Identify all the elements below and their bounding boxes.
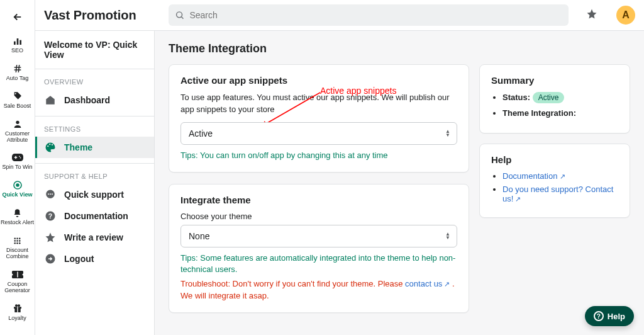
search-icon [175,10,184,20]
hash-icon [13,63,23,74]
help-card: Help Documentation Do you need support? … [479,144,630,218]
rail-label: SEO [11,48,23,54]
rail-item-seo[interactable]: SEO [0,31,35,59]
svg-point-11 [16,237,18,239]
rail-label: Sale Boost [4,103,31,110]
svg-line-25 [181,17,183,19]
rail-item-restock-alert[interactable]: Restock Alert [0,203,35,231]
section-overview: OVERVIEW [35,69,154,89]
sidebar: Welcome to VP: Quick View OVERVIEW Dashb… [35,31,155,335]
nav-label: Quick support [64,190,124,200]
nav-theme[interactable]: Theme [35,137,154,158]
section-settings: SETTINGS [35,116,154,137]
user-icon [13,118,23,130]
nav-label: Write a review [64,232,123,242]
card-title: Help [491,154,618,165]
rail-item-customer-attribute[interactable]: Customer Attribute [0,115,35,149]
snippets-status-select[interactable]: Active ▲▼ [180,122,457,145]
active-snippets-card: Active app snippets Active our app snipp… [169,64,469,173]
rail-label: Spin To Win [3,164,33,171]
troubleshoot-text: Troubleshoot: Don't worry if you can't f… [180,278,457,302]
section-support: SUPPORT & HELP [35,164,154,184]
rail-item-auto-tag[interactable]: Auto Tag [0,59,35,87]
rail-label: Loyalty [8,315,26,322]
avatar[interactable]: A [616,6,635,25]
rail-label: Auto Tag [6,76,28,82]
svg-line-6 [18,65,19,72]
app-title: Vast Promotion [44,8,158,23]
nav-label: Dashboard [64,95,110,105]
rail-label: Customer Attribute [0,131,35,144]
svg-text:?: ? [48,212,52,220]
card-title: Summary [491,75,618,86]
star-icon [586,8,597,20]
rail-item-spin-to-win[interactable]: Spin To Win [0,148,35,176]
search-field[interactable] [169,4,569,26]
nav-dashboard[interactable]: Dashboard [35,89,154,111]
integrate-theme-card: Integrate theme Choose your theme None ▲… [169,184,469,313]
gamepad-icon [12,152,23,163]
gift-icon [13,303,23,314]
rail-item-loyalty[interactable]: Loyalty [0,299,35,327]
bell-icon [13,207,22,219]
nav-quick-support[interactable]: Quick support [35,184,154,205]
card-tip: Tips: Some features are automatically in… [180,253,457,276]
question-circle-icon: ? [44,210,57,222]
favorite-button[interactable] [586,8,597,22]
summary-status-row: Status: Active [502,92,618,103]
svg-point-23 [18,304,20,307]
contact-us-link[interactable]: contact us [405,279,450,288]
ticket-icon [12,269,23,280]
select-value: None [189,231,209,241]
card-tip: Tips: You can turn on/off app by changin… [180,150,457,162]
card-description: To use app features. You must active our… [180,92,457,116]
rail-label: Coupon Generator [0,281,35,294]
nav-label: Theme [64,142,92,152]
nav-write-review[interactable]: Write a review [35,227,154,248]
svg-point-22 [15,304,18,307]
search-input[interactable] [189,10,562,20]
help-widget-button[interactable]: ? Help [585,306,634,326]
rail-item-quick-view[interactable]: Quick View [0,176,35,203]
home-icon [44,94,57,106]
svg-point-24 [177,12,182,18]
welcome-heading: Welcome to VP: Quick View [35,31,154,69]
card-title: Active our app snippets [180,75,457,86]
target-icon [13,179,23,191]
svg-rect-21 [17,307,18,312]
rail-label: Quick View [3,192,33,198]
svg-rect-0 [14,42,16,45]
svg-point-18 [19,242,21,244]
rail-item-coupon-generator[interactable]: Coupon Generator [0,265,35,299]
chevron-updown-icon: ▲▼ [445,232,450,240]
svg-point-13 [14,240,16,242]
status-badge: Active [533,92,565,103]
chevron-updown-icon: ▲▼ [445,130,450,137]
svg-point-7 [16,120,19,123]
question-icon: ? [594,311,604,321]
help-widget-label: Help [608,312,625,321]
rail-label: Restock Alert [1,220,34,226]
svg-point-9 [16,184,19,186]
nav-logout[interactable]: Logout [35,248,154,270]
select-value: Active [189,128,213,139]
card-title: Integrate theme [180,195,457,205]
rail-item-sale-boost[interactable]: Sale Boost [0,87,35,115]
palette-icon [44,142,57,153]
top-bar: Vast Promotion A [35,0,644,30]
rail-item-discount-combine[interactable]: Discount Combine [0,231,35,265]
nav-label: Logout [64,254,94,264]
star-icon [44,232,57,243]
back-button[interactable] [12,11,23,25]
svg-point-10 [14,237,16,239]
nav-documentation[interactable]: ? Documentation [35,205,154,227]
help-documentation-link[interactable]: Documentation [502,171,565,181]
help-support-link[interactable]: Do you need support? Contact us! [502,185,613,203]
rail-label: Discount Combine [0,247,35,260]
tag-icon [13,91,23,102]
svg-point-27 [48,193,49,195]
svg-point-14 [16,240,18,242]
theme-select[interactable]: None ▲▼ [180,225,457,247]
svg-point-17 [16,242,18,244]
summary-theme-row: Theme Integration: [502,108,618,118]
